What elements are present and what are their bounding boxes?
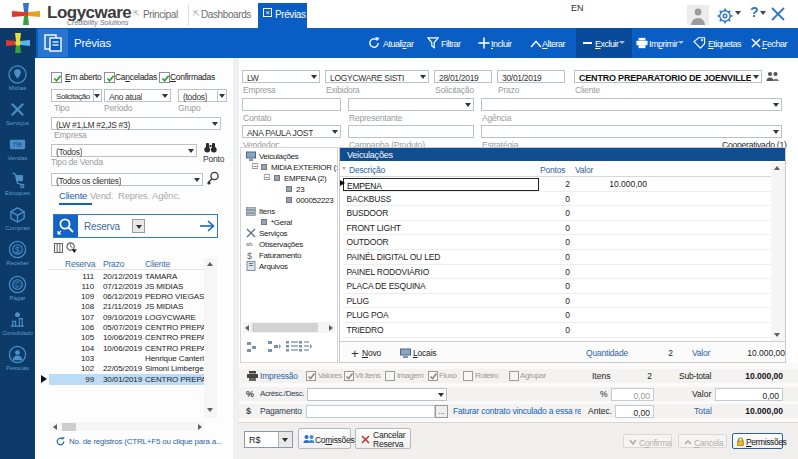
- svg-text:©: ©: [14, 280, 21, 290]
- svg-text:!%: !%: [13, 140, 22, 149]
- svg-text:ab: ab: [246, 242, 252, 248]
- svg-text:$: $: [247, 251, 252, 260]
- svg-text:$: $: [15, 245, 20, 255]
